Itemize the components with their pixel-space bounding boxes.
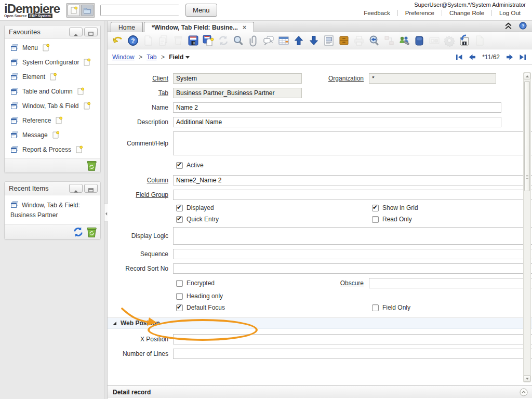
organization-field[interactable] [369,73,496,84]
field-group-label[interactable]: Field Group [112,191,173,198]
form-scrollbar[interactable] [523,72,531,382]
breadcrumb-window-link[interactable]: Window [112,54,135,61]
export-icon[interactable] [458,34,471,47]
field-only-row[interactable]: Field Only [369,304,496,311]
save-icon[interactable] [187,34,200,47]
obscure-field[interactable] [369,278,532,288]
record-sort-no-field[interactable] [173,263,532,274]
description-field[interactable] [173,117,501,127]
ignore-changes-icon[interactable] [112,34,124,47]
sidebar-item-message[interactable]: Message [5,128,100,142]
heading-only-checkbox[interactable] [176,293,183,300]
obscure-label[interactable]: Obscure [302,280,369,287]
client-field[interactable] [173,73,302,84]
scroll-up-button[interactable] [524,73,530,79]
show-in-grid-row[interactable]: Show in Grid [369,204,496,211]
change-role-link[interactable]: Change Role [442,10,491,16]
new-record-icon[interactable] [55,116,63,125]
sidebar-item-system-configurator[interactable]: System Configurator [5,55,100,70]
preference-link[interactable]: Preference [397,10,442,16]
favourites-maximize-button[interactable] [84,28,98,36]
new-document-button[interactable] [68,5,80,16]
tab-field[interactable] [173,88,302,98]
save-create-new-icon[interactable] [202,34,215,47]
tab-home[interactable]: Home [111,22,143,32]
breadcrumb-tab-link[interactable]: Tab [147,54,156,61]
column-label[interactable]: Column [112,177,173,184]
menu-button[interactable]: Menu [185,4,217,17]
scrollbar-thumb[interactable] [524,81,530,191]
field-group-field[interactable] [173,190,532,200]
global-search-input[interactable] [101,5,185,16]
quick-entry-checkbox[interactable] [176,216,183,223]
active-checkbox[interactable] [176,162,183,169]
sidebar-item-reference[interactable]: Reference [5,113,100,128]
name-field[interactable] [173,102,501,113]
active-checkbox-row[interactable]: Active [173,162,302,169]
new-record-icon[interactable] [51,131,60,139]
encrypted-row[interactable]: Encrypted [173,280,302,287]
new-record-icon[interactable] [83,102,91,110]
displayed-row[interactable]: Displayed [173,204,302,211]
recent-collapse-button[interactable] [69,184,83,193]
sidebar-item-window-tab-field[interactable]: Window, Tab & Field [5,99,100,113]
log-out-link[interactable]: Log Out [491,10,528,16]
organization-label[interactable]: Organization [302,75,369,82]
default-focus-row[interactable]: Default Focus [173,304,302,311]
breadcrumb-current[interactable]: Field [169,54,190,61]
displayed-checkbox[interactable] [176,205,183,211]
tab-window-tab-field[interactable]: *Window, Tab Field: Busine... × [144,22,254,32]
recent-item-window-tab-field-business-partner[interactable]: Window, Tab & Field: Business Partner [5,197,100,223]
new-record-icon[interactable] [76,87,85,96]
recent-maximize-button[interactable] [84,184,98,193]
toggle-grid-icon[interactable] [277,34,290,47]
sidebar-item-table-and-column[interactable]: Table and Column [5,84,100,99]
heading-only-row[interactable]: Heading only [173,292,302,300]
open-document-button[interactable] [81,5,94,16]
scroll-down-button[interactable] [524,375,530,382]
tab-label[interactable]: Tab [112,89,173,97]
expand-detail-icon[interactable] [520,388,528,396]
encrypted-checkbox[interactable] [176,280,183,287]
sequence-field[interactable] [173,249,532,259]
help-icon[interactable]: ? [127,34,139,47]
detail-record-bar[interactable]: Detail record [108,385,532,399]
recycle-bin-icon[interactable] [86,226,98,238]
new-record-icon[interactable] [83,58,91,66]
previous-record-icon[interactable] [468,53,476,61]
number-of-lines-field[interactable] [173,349,532,359]
feedback-link[interactable]: Feedback [356,10,397,16]
first-record-icon[interactable] [455,53,463,61]
default-focus-checkbox[interactable] [176,304,183,311]
display-logic-field[interactable] [173,227,532,245]
tab-close-icon[interactable]: × [243,24,246,31]
archive-icon[interactable] [338,34,350,47]
report-icon[interactable] [323,34,335,47]
sidebar-item-report-process[interactable]: Report & Process [5,142,100,157]
show-in-grid-checkbox[interactable] [372,205,379,211]
help-icon[interactable]: ? [518,21,527,30]
new-record-icon[interactable] [75,145,83,154]
field-only-checkbox[interactable] [372,304,379,311]
quick-entry-row[interactable]: Quick Entry [173,216,302,223]
refresh-icon[interactable] [72,226,84,238]
recycle-bin-icon[interactable] [86,159,98,171]
sidebar-item-menu[interactable]: Menu [5,41,100,55]
web-position-section-header[interactable]: Web Position [108,317,532,329]
collapse-all-icon[interactable] [504,21,513,30]
client-label[interactable]: Client [112,75,173,82]
lookup-record-icon[interactable] [232,34,245,47]
new-record-icon[interactable] [42,44,50,52]
column-field[interactable] [173,175,532,185]
comment-help-field[interactable] [173,131,532,155]
favourites-collapse-button[interactable] [69,28,83,36]
read-only-row[interactable]: Read Only [369,216,496,223]
next-record-icon[interactable] [506,53,514,61]
private-record-lock-icon[interactable] [413,34,425,47]
sidebar-item-element[interactable]: Element [5,70,100,84]
x-position-field[interactable] [173,334,532,344]
previous-record-icon[interactable] [292,34,305,47]
last-record-icon[interactable] [518,53,527,61]
sidebar-splitter[interactable] [104,21,108,399]
attachment-icon[interactable] [247,34,260,47]
